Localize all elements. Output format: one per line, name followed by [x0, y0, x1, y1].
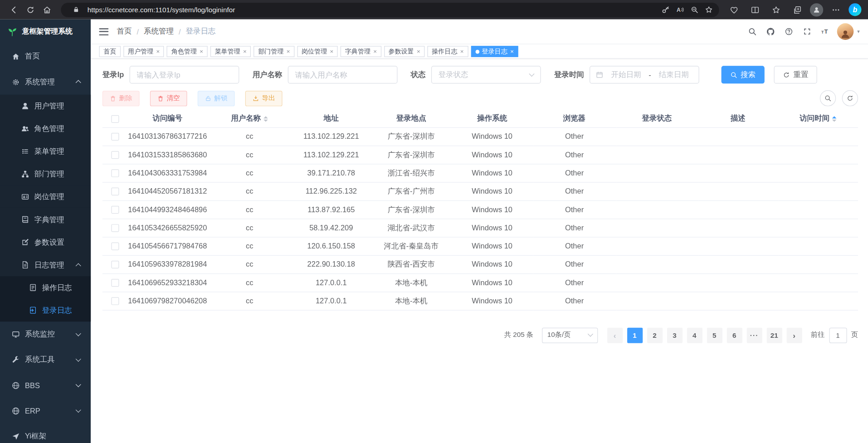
sidebar-item-login-log[interactable]: 登录日志: [0, 299, 91, 321]
sidebar-item-erp[interactable]: ERP: [0, 398, 91, 424]
tab-close-icon[interactable]: [373, 49, 377, 54]
goto-page-input[interactable]: [829, 327, 847, 343]
copilot-icon[interactable]: b: [848, 3, 861, 16]
pagination-page-button[interactable]: 21: [766, 327, 782, 343]
password-key-icon[interactable]: [658, 3, 673, 16]
row-checkbox[interactable]: [111, 151, 119, 159]
browser-address-bar[interactable]: https://ccnetcore.com:1101/system/log/lo…: [61, 2, 719, 17]
tab-0[interactable]: 首页: [99, 46, 121, 57]
home-icon[interactable]: [39, 2, 55, 17]
sort-carets-icon[interactable]: [832, 116, 837, 122]
row-checkbox[interactable]: [111, 224, 119, 232]
pagination-prev-button[interactable]: ‹: [607, 327, 622, 343]
page-size-select[interactable]: 10条/页: [541, 327, 597, 343]
row-checkbox[interactable]: [111, 243, 119, 250]
row-checkbox[interactable]: [111, 297, 119, 305]
avatar-caret-icon[interactable]: ▾: [857, 29, 860, 34]
row-checkbox[interactable]: [111, 133, 119, 141]
sidebar-item-operation-log[interactable]: 操作日志: [0, 276, 91, 299]
collections-icon[interactable]: [789, 2, 805, 17]
tab-close-icon[interactable]: [200, 49, 203, 54]
tab-close-icon[interactable]: [330, 49, 333, 54]
pagination-next-button[interactable]: ›: [786, 327, 802, 343]
tab-7[interactable]: 参数设置: [384, 46, 425, 57]
reset-button[interactable]: 重置: [774, 66, 817, 83]
status-filter-select[interactable]: 登录状态: [431, 66, 541, 83]
zoom-out-icon[interactable]: [687, 3, 702, 16]
select-all-checkbox[interactable]: [111, 115, 119, 123]
help-icon[interactable]: [781, 24, 796, 39]
read-aloud-icon[interactable]: [673, 3, 687, 16]
tab-2[interactable]: 角色管理: [167, 46, 208, 57]
pagination-more-button[interactable]: ···: [746, 327, 762, 343]
row-checkbox[interactable]: [111, 279, 119, 287]
sidebar-item-dict-mgmt[interactable]: 字典管理: [0, 208, 91, 231]
sidebar-item-log-mgmt[interactable]: 日志管理: [0, 253, 91, 276]
tab-4[interactable]: 部门管理: [254, 46, 294, 57]
search-icon[interactable]: [745, 24, 760, 39]
sidebar-item-post-mgmt[interactable]: 岗位管理: [0, 185, 91, 208]
split-screen-icon[interactable]: [747, 2, 764, 17]
username-filter-input[interactable]: [288, 66, 398, 83]
row-checkbox[interactable]: [111, 170, 119, 177]
pagination-page-button[interactable]: 4: [687, 327, 702, 343]
date-range-picker[interactable]: 开始日期 - 结束日期: [590, 66, 699, 83]
row-checkbox[interactable]: [111, 261, 119, 268]
delete-button[interactable]: 删除: [102, 91, 140, 106]
tab-3[interactable]: 菜单管理: [210, 46, 251, 57]
pagination-page-button[interactable]: 6: [727, 327, 742, 343]
sidebar-item-home[interactable]: 首页: [0, 44, 91, 69]
sidebar-item-bbs[interactable]: BBS: [0, 373, 91, 398]
tab-9[interactable]: 登录日志: [471, 46, 518, 57]
sidebar-item-dept-mgmt[interactable]: 部门管理: [0, 163, 91, 185]
search-button[interactable]: 搜索: [722, 66, 765, 83]
tab-close-icon[interactable]: [156, 49, 160, 54]
settings-menu-icon[interactable]: [828, 2, 844, 17]
column-header[interactable]: 用户名称: [208, 110, 291, 127]
sidebar-item-param-settings[interactable]: 参数设置: [0, 231, 91, 253]
github-icon[interactable]: [763, 24, 778, 39]
export-button[interactable]: 导出: [245, 91, 283, 106]
show-search-toggle-button[interactable]: [820, 90, 836, 106]
tab-close-icon[interactable]: [417, 49, 420, 54]
tab-close-icon[interactable]: [243, 49, 247, 54]
breadcrumb-item[interactable]: 系统管理: [144, 27, 174, 37]
back-icon[interactable]: [5, 2, 22, 17]
user-avatar[interactable]: [837, 23, 854, 40]
pagination-page-button[interactable]: 2: [647, 327, 662, 343]
sidebar-item-system-monitor[interactable]: 系统监控: [0, 321, 91, 347]
clear-button[interactable]: 清空: [150, 91, 187, 106]
sidebar-item-menu-mgmt[interactable]: 菜单管理: [0, 140, 91, 163]
pagination-page-button[interactable]: 5: [707, 327, 722, 343]
sidebar-item-system-tools[interactable]: 系统工具: [0, 347, 91, 372]
fullscreen-icon[interactable]: [800, 24, 814, 39]
tab-close-icon[interactable]: [460, 49, 463, 54]
row-checkbox[interactable]: [111, 206, 119, 214]
refresh-icon[interactable]: [22, 2, 39, 17]
tab-6[interactable]: 字典管理: [341, 46, 381, 57]
favorites-icon[interactable]: [768, 2, 785, 17]
tab-close-icon[interactable]: [286, 49, 290, 54]
browser-essentials-icon[interactable]: [726, 2, 742, 17]
tab-close-icon[interactable]: [510, 49, 514, 54]
tab-8[interactable]: 操作日志: [427, 46, 468, 57]
sort-carets-icon[interactable]: [263, 116, 268, 122]
sidebar-item-yi-framework[interactable]: Yi框架: [0, 424, 91, 443]
column-header[interactable]: 访问时间: [778, 110, 858, 127]
tab-5[interactable]: 岗位管理: [297, 46, 338, 57]
unlock-button[interactable]: 解锁: [198, 91, 235, 106]
favorite-star-icon[interactable]: [702, 3, 716, 16]
ip-filter-input[interactable]: [130, 66, 239, 83]
refresh-table-button[interactable]: [842, 90, 858, 106]
pagination-page-button[interactable]: 3: [667, 327, 682, 343]
row-checkbox[interactable]: [111, 188, 119, 195]
font-size-icon[interactable]: [818, 24, 833, 39]
sidebar-item-system[interactable]: 系统管理: [0, 69, 91, 95]
sidebar-item-user-mgmt[interactable]: 用户管理: [0, 95, 91, 117]
profile-avatar[interactable]: [810, 3, 823, 16]
pagination-page-button[interactable]: 1: [627, 327, 642, 343]
breadcrumb-item[interactable]: 首页: [117, 27, 132, 37]
tab-1[interactable]: 用户管理: [123, 46, 164, 57]
sidebar-toggle-icon[interactable]: [99, 28, 109, 35]
sidebar-item-role-mgmt[interactable]: 角色管理: [0, 117, 91, 140]
